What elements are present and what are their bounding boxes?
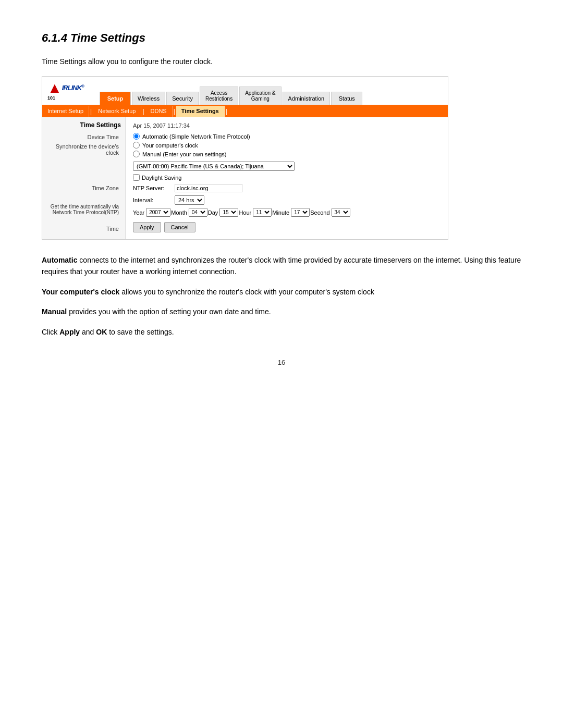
apply-button[interactable]: Apply bbox=[133, 222, 161, 232]
minute-select[interactable]: 17 bbox=[291, 208, 310, 217]
cancel-button[interactable]: Cancel bbox=[164, 222, 195, 232]
bold-ok-ref: OK bbox=[96, 328, 107, 336]
body-text-manual: Manual provides you with the option of s… bbox=[42, 306, 521, 317]
sub-nav-time-settings[interactable]: Time Settings bbox=[176, 106, 225, 117]
year-label: Year bbox=[133, 209, 144, 216]
daylight-saving-label: Daylight Saving bbox=[142, 175, 181, 181]
sub-nav-ddns[interactable]: DDNS bbox=[145, 106, 173, 117]
tab-wireless[interactable]: Wireless bbox=[132, 92, 165, 105]
router-logo: ▲ IRLINK® 101 bbox=[42, 77, 100, 105]
tab-status[interactable]: Status bbox=[331, 92, 362, 105]
device-time-row: Apr 15, 2007 11:17:34 bbox=[133, 122, 440, 129]
timezone-row: (GMT-08:00) Pacific Time (US & Canada); … bbox=[133, 162, 440, 171]
router-ui-screenshot: ▲ IRLINK® 101 Setup Wireless Security Ac… bbox=[42, 76, 448, 240]
minute-label: Minute bbox=[272, 209, 289, 216]
interval-row: Interval: 24 hrs bbox=[133, 195, 440, 205]
button-row: Apply Cancel bbox=[133, 222, 440, 232]
ntp-server-label: NTP Server: bbox=[133, 185, 175, 191]
page-title: 6.1.4 Time Settings bbox=[42, 31, 521, 45]
sidebar-label-ntp: Get the time automatically viaNetwork Ti… bbox=[46, 204, 121, 215]
logo-a-letter: ▲ bbox=[47, 81, 62, 95]
second-label: Second bbox=[310, 209, 329, 216]
radio-automatic-input[interactable] bbox=[133, 133, 140, 140]
bold-computer-clock: Your computer's clock bbox=[42, 288, 119, 296]
interval-select[interactable]: 24 hrs bbox=[175, 195, 204, 205]
bold-manual: Manual bbox=[42, 307, 67, 316]
day-select[interactable]: 15 bbox=[219, 208, 238, 217]
sidebar-section-title: Time Settings bbox=[46, 121, 121, 129]
tab-access-restrictions[interactable]: AccessRestrictions bbox=[200, 87, 238, 105]
bold-automatic: Automatic bbox=[42, 256, 77, 264]
sub-nav: Internet Setup | Network Setup | DDNS | … bbox=[42, 106, 448, 117]
body-text-computer-clock: Your computer's clock allows you to sync… bbox=[42, 286, 521, 298]
daylight-saving-checkbox[interactable] bbox=[133, 174, 140, 181]
daylight-saving-row: Daylight Saving bbox=[133, 174, 440, 181]
text-manual: provides you with the option of setting … bbox=[69, 307, 271, 316]
month-select[interactable]: 04 bbox=[189, 208, 207, 217]
sidebar-label-timezone: Time Zone bbox=[46, 185, 121, 191]
sidebar-label-sync: Synchronize the device's clock bbox=[46, 143, 121, 156]
sub-nav-internet-setup[interactable]: Internet Setup bbox=[42, 106, 89, 117]
radio-automatic: Automatic (Simple Network Time Protocol) bbox=[133, 133, 440, 140]
tab-administration[interactable]: Administration bbox=[283, 92, 331, 105]
body-text-apply-ok: Click Apply and OK to save the settings. bbox=[42, 326, 521, 338]
year-select[interactable]: 2007 bbox=[146, 208, 170, 217]
nav-tabs: Setup Wireless Security AccessRestrictio… bbox=[100, 77, 448, 105]
ntp-server-row: NTP Server: bbox=[133, 184, 440, 192]
radio-manual: Manual (Enter your own settings) bbox=[133, 151, 440, 157]
hour-select[interactable]: 11 bbox=[253, 208, 272, 217]
sidebar-label-time: Time bbox=[46, 226, 121, 232]
text-and: and bbox=[82, 328, 96, 336]
time-row: Year 2007 Month 04 Day 15 Hour 11 Minute bbox=[133, 208, 440, 217]
sidebar-label-device-time: Device Time bbox=[46, 134, 121, 140]
logo-irlink-text: IRLINK® bbox=[62, 84, 84, 92]
tab-application-gaming[interactable]: Application &Gaming bbox=[239, 87, 281, 105]
ntp-server-input[interactable] bbox=[175, 184, 242, 192]
bold-apply-ref: Apply bbox=[59, 328, 80, 336]
content-sidebar: Time Settings Device Time Synchronize th… bbox=[42, 117, 126, 239]
logo-101-text: 101 bbox=[47, 95, 55, 101]
text-automatic: connects to the internet and synchronize… bbox=[42, 256, 521, 276]
radio-manual-input[interactable] bbox=[133, 151, 140, 157]
router-header: ▲ IRLINK® 101 Setup Wireless Security Ac… bbox=[42, 77, 448, 106]
radio-computer-clock: Your computer's clock bbox=[133, 142, 440, 149]
text-to-save: to save the settings. bbox=[109, 328, 174, 336]
second-select[interactable]: 34 bbox=[332, 208, 350, 217]
radio-automatic-label: Automatic (Simple Network Time Protocol) bbox=[142, 133, 250, 140]
content-main: Apr 15, 2007 11:17:34 Automatic (Simple … bbox=[126, 117, 448, 239]
interval-label: Interval: bbox=[133, 197, 175, 203]
timezone-select[interactable]: (GMT-08:00) Pacific Time (US & Canada); … bbox=[133, 162, 295, 171]
hour-label: Hour bbox=[239, 209, 251, 216]
intro-text: Time Settings allow you to configure the… bbox=[42, 57, 521, 66]
tab-setup[interactable]: Setup bbox=[100, 92, 131, 105]
day-label: Day bbox=[208, 209, 218, 216]
radio-computer-clock-input[interactable] bbox=[133, 142, 140, 149]
sub-nav-network-setup[interactable]: Network Setup bbox=[93, 106, 141, 117]
month-label: Month bbox=[171, 209, 187, 216]
body-text-automatic: Automatic connects to the internet and s… bbox=[42, 254, 521, 278]
router-content: Time Settings Device Time Synchronize th… bbox=[42, 117, 448, 239]
text-computer-clock: allows you to synchronize the router's c… bbox=[121, 288, 374, 296]
radio-manual-label: Manual (Enter your own settings) bbox=[142, 151, 226, 157]
text-click: Click bbox=[42, 328, 59, 336]
device-time-value: Apr 15, 2007 11:17:34 bbox=[133, 122, 190, 129]
tab-security[interactable]: Security bbox=[166, 92, 199, 105]
page-number: 16 bbox=[42, 359, 521, 366]
radio-computer-clock-label: Your computer's clock bbox=[142, 142, 198, 149]
